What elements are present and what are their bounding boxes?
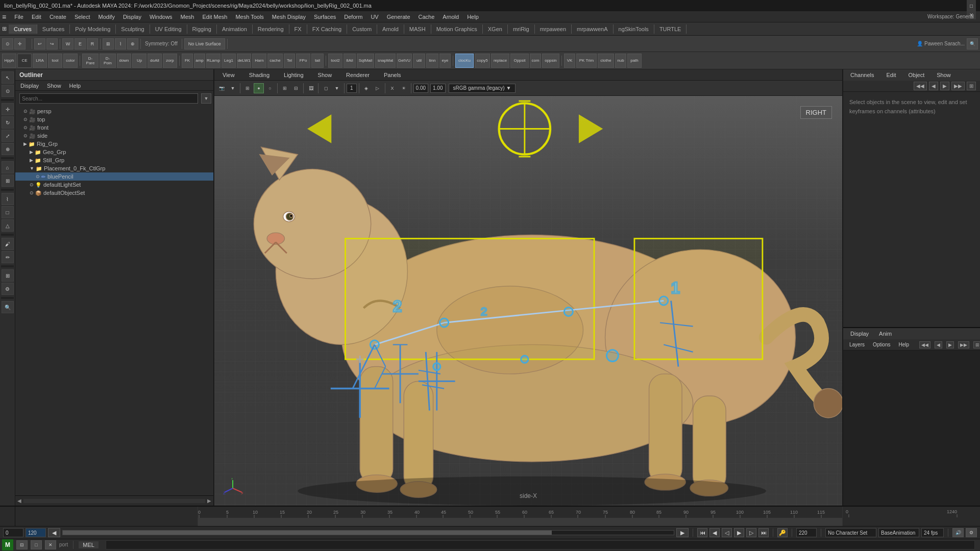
channels-nav-last[interactable]: ▶▶ <box>951 82 965 90</box>
vp-shadow-btn[interactable]: ☀ <box>399 83 409 93</box>
vp-selection-mask-btn[interactable]: ◻ <box>321 83 331 93</box>
shelf-rlamp[interactable]: RLamp <box>206 54 220 68</box>
vp-grid-btn[interactable]: ⊞ <box>280 83 290 93</box>
tool-curve[interactable]: ⌇ <box>2 193 14 205</box>
select-mode-btn[interactable]: ⊙ <box>2 38 13 49</box>
menu-edit[interactable]: Edit <box>28 13 45 21</box>
jump-end-btn[interactable]: ⏭ <box>758 528 769 537</box>
shelf-fk[interactable]: FK <box>182 54 193 68</box>
layers-nav-2[interactable]: ◀ <box>935 341 942 348</box>
tool-polygon[interactable]: △ <box>2 219 14 232</box>
shelf-tab-uv[interactable]: UV Editing <box>150 24 187 34</box>
shelf-sqtmail[interactable]: SqtMail <box>357 54 374 68</box>
shelf-up[interactable]: Up <box>132 54 146 68</box>
vp-menu-show[interactable]: Show <box>314 71 336 79</box>
shelf-tab-rendering[interactable]: Rendering <box>253 24 289 34</box>
tool-rotate[interactable]: ↻ <box>2 116 14 129</box>
timeline-scrollbar[interactable] <box>62 530 674 535</box>
tool-universal[interactable]: ⊕ <box>2 143 14 155</box>
menu-deform[interactable]: Deform <box>340 13 366 21</box>
shelf-util[interactable]: util <box>413 54 425 68</box>
vp-render-btn[interactable]: ▷ <box>373 83 383 93</box>
tool-sculpt[interactable]: 🖌 <box>2 238 14 250</box>
no-live-surface-btn[interactable]: No Live Surface <box>184 38 225 49</box>
frame-start-field[interactable]: 0 <box>3 528 23 537</box>
redo-btn[interactable]: ↪ <box>46 38 58 49</box>
shelf-zorp[interactable]: zorp <box>163 54 177 68</box>
shelf-tinn[interactable]: tinn <box>426 54 438 68</box>
shelf-tab-rigging[interactable]: Rigging <box>187 24 217 34</box>
shelf-tab-turtle[interactable]: TURTLE <box>654 24 687 34</box>
shelf-delw1[interactable]: deLW1 <box>237 54 251 68</box>
menu-cache[interactable]: Cache <box>414 13 439 21</box>
char-set-field[interactable]: No Character Set <box>825 528 876 537</box>
shelf-hpph[interactable]: Hpph <box>2 54 16 68</box>
shelf-dpoin[interactable]: D-Poin <box>100 54 116 68</box>
shelf-color[interactable]: color <box>63 54 78 68</box>
transform-btn[interactable]: ✛ <box>14 38 26 49</box>
move-btn[interactable]: W <box>62 38 74 49</box>
shelf-lra[interactable]: LRA <box>33 54 47 68</box>
shelf-tab-mrpaweena[interactable]: mrpawwenA <box>572 24 614 34</box>
options-menu[interactable]: Options <box>871 342 892 347</box>
shelf-harn[interactable]: Harn <box>252 54 266 68</box>
layers-nav-4[interactable]: ▶▶ <box>958 341 969 348</box>
key-btn[interactable]: 🔑 <box>777 528 788 537</box>
outliner-menu-display[interactable]: Display <box>17 83 42 89</box>
menu-mesh-tools[interactable]: Mesh Tools <box>231 13 267 21</box>
layers-expand[interactable]: ⊞ <box>973 341 980 348</box>
vp-smooth-btn[interactable]: ● <box>254 83 264 93</box>
layers-menu[interactable]: Layers <box>847 342 867 347</box>
vp-colorspace-btn[interactable]: sRGB gamma (legacy) ▼ <box>449 84 516 93</box>
tree-item-defaultlightset[interactable]: ⊙ 💡 defaultLightSet <box>15 181 213 189</box>
vp-xray-btn[interactable]: X <box>387 83 398 93</box>
shelf-tab-sculpting[interactable]: Sculpting <box>116 24 150 34</box>
shelf-tab-curves[interactable]: Curves <box>9 24 37 34</box>
play-fwd-btn[interactable]: ▶ <box>734 528 744 537</box>
shelf-tab-surfaces[interactable]: Surfaces <box>37 24 70 34</box>
menu-surfaces[interactable]: Surfaces <box>310 13 340 21</box>
channels-edit[interactable]: Edit <box>883 72 899 78</box>
shelf-tab-custom[interactable]: Custom <box>347 24 377 34</box>
outliner-menu-help[interactable]: Help <box>66 83 84 89</box>
help-menu[interactable]: Help <box>896 342 911 347</box>
tree-item-top[interactable]: ⊙ 🎥 top <box>15 115 213 123</box>
command-line[interactable] <box>106 540 975 549</box>
snap-grid-btn[interactable]: ⊞ <box>103 38 114 49</box>
scale-btn[interactable]: R <box>87 38 98 49</box>
tool-settings[interactable]: ⚙ <box>2 283 14 295</box>
tool-scale[interactable]: ⤢ <box>2 130 14 142</box>
menu-select[interactable]: Select <box>70 13 94 21</box>
shelf-amp[interactable]: amp <box>194 54 205 68</box>
shelf-tab-mrpaween[interactable]: mrpaween <box>535 24 572 34</box>
menu-mesh[interactable]: Mesh <box>177 13 199 21</box>
vp-select-camera-btn[interactable]: ▼ <box>228 83 238 93</box>
shelf-tab-fx[interactable]: FX <box>289 24 307 34</box>
vp-isolate-btn[interactable]: ◈ <box>361 83 372 93</box>
layers-nav-1[interactable]: ◀◀ <box>919 341 930 348</box>
script-editor-btn[interactable]: ⊟ <box>16 540 28 549</box>
shelf-snapmat[interactable]: snapMat <box>375 54 396 68</box>
fps-field[interactable]: 24 fps <box>921 528 944 537</box>
shelf-cache[interactable]: cache <box>267 54 283 68</box>
shelf-nub[interactable]: nub <box>615 54 626 68</box>
tree-item-bluepencil[interactable]: ⊙ ✏ bluePencil <box>15 172 213 181</box>
vp-menu-shading[interactable]: Shading <box>245 71 274 79</box>
menu-mesh-display[interactable]: Mesh Display <box>268 13 310 21</box>
menu-create[interactable]: Create <box>45 13 70 21</box>
tree-item-placement-grp[interactable]: ▼ 📁 Placement_0_Fk_CtlGrp <box>15 164 213 172</box>
shelf-eye[interactable]: eye <box>439 54 451 68</box>
shelf-dpare[interactable]: D-Pare <box>82 54 99 68</box>
playback-end-field[interactable]: 220 <box>796 528 817 537</box>
anim-settings-btn[interactable]: ⚙ <box>966 528 977 537</box>
tool-lasso[interactable]: ⊙ <box>2 85 14 97</box>
shelf-lhpph[interactable]: CE <box>17 54 32 68</box>
shelf-vk[interactable]: VK <box>564 54 575 68</box>
shelf-leg1[interactable]: Leg1 <box>222 54 236 68</box>
shelf-tab-animation[interactable]: Animation <box>217 24 253 34</box>
tree-item-still-grp[interactable]: ▶ 📁 Still_Grp <box>15 156 213 164</box>
tool-search[interactable]: 🔍 <box>2 301 14 313</box>
vp-shade-btn[interactable]: ○ <box>265 83 275 93</box>
viewport-3d[interactable]: 2 1 2 <box>214 96 842 506</box>
outliner-search-input[interactable] <box>19 93 198 104</box>
